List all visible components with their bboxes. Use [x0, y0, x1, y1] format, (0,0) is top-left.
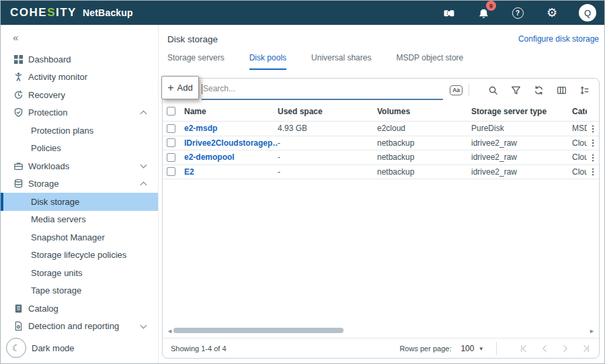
column-header-category[interactable]: Category: [572, 107, 587, 116]
first-page-button[interactable]: [519, 344, 528, 353]
tab-storage-servers[interactable]: Storage servers: [167, 53, 225, 70]
volumes-cell: netbackup: [377, 167, 471, 177]
notification-count-badge: 9: [486, 1, 496, 11]
match-case-icon[interactable]: Aa: [450, 85, 462, 95]
column-header-storage-server-type[interactable]: Storage server type: [471, 107, 572, 116]
disk-pool-name-link[interactable]: E2: [184, 167, 278, 177]
chevron-up-icon: [140, 182, 147, 189]
rows-per-page-value[interactable]: 100: [460, 344, 474, 353]
scroll-right-arrow-icon[interactable]: ►: [589, 327, 595, 335]
scroll-left-arrow-icon[interactable]: ◄: [167, 327, 173, 335]
sidebar-item-protection[interactable]: Protection: [1, 104, 158, 122]
used-space-cell: -: [278, 167, 377, 177]
settings-gear-icon[interactable]: ⚙: [544, 5, 559, 20]
sidebar-item-protection-plans[interactable]: Protection plans: [1, 122, 158, 140]
dark-mode-toggle[interactable]: ☾ Dark mode: [1, 335, 158, 363]
scrollbar-thumb[interactable]: [173, 328, 344, 333]
category-cell: Cloud: [572, 152, 587, 162]
sidebar-item-catalog[interactable]: Catalog: [1, 300, 158, 318]
category-cell: Cloud: [572, 167, 587, 177]
tab-disk-pools[interactable]: Disk pools: [249, 53, 286, 70]
sidebar-item-label: Recovery: [28, 90, 65, 100]
sidebar-item-activity-monitor[interactable]: Activity monitor: [1, 69, 158, 87]
brand-logo: COHESITY NetBackup: [10, 6, 133, 19]
body-row: « Dashboard Activity monitor: [1, 25, 604, 363]
sidebar-item-workloads[interactable]: Workloads: [1, 157, 158, 175]
rows-per-page-dropdown-icon[interactable]: ▾: [479, 345, 483, 352]
filter-icon[interactable]: [510, 85, 521, 95]
sidebar-item-disk-storage[interactable]: Disk storage: [1, 193, 158, 211]
sidebar: « Dashboard Activity monitor: [1, 25, 159, 363]
sidebar-item-label: Protection: [28, 107, 68, 118]
toolbar-icon-group: Aa: [450, 84, 590, 96]
notifications-bell-icon[interactable]: 9: [476, 5, 491, 20]
ticket-icon[interactable]: [442, 5, 456, 20]
sidebar-item-label: Dashboard: [28, 54, 71, 64]
table-row: IDrivee2Cloudstoragep… - netbackup idriv…: [163, 136, 599, 151]
disk-pool-name-link[interactable]: IDrivee2Cloudstoragep…: [184, 138, 278, 148]
sidebar-item-label: Protection plans: [31, 126, 93, 136]
showing-count: Showing 1-4 of 4: [171, 345, 227, 353]
sidebar-item-dashboard[interactable]: Dashboard: [1, 50, 158, 69]
row-actions-kebab-icon[interactable]: ⋮: [587, 167, 599, 176]
next-page-button[interactable]: [561, 344, 570, 353]
column-header-name[interactable]: Name: [184, 107, 278, 116]
tab-universal-shares[interactable]: Universal shares: [311, 53, 371, 70]
storage-database-icon: [13, 179, 24, 189]
sidebar-item-label: Storage units: [31, 268, 83, 278]
volumes-cell: netbackup: [377, 138, 471, 148]
add-button[interactable]: + Add: [161, 76, 199, 99]
storage-server-type-cell: idrivee2_raw: [471, 138, 572, 148]
sidebar-item-recovery[interactable]: Recovery: [1, 86, 158, 104]
search-icon[interactable]: [487, 85, 498, 95]
select-all-checkbox[interactable]: [167, 107, 175, 116]
sidebar-item-media-servers[interactable]: Media servers: [1, 211, 158, 229]
search-input[interactable]: [203, 84, 443, 93]
refresh-icon[interactable]: [533, 85, 544, 95]
sidebar-item-label: Detection and reporting: [28, 321, 119, 331]
catalog-book-icon: [13, 303, 24, 314]
row-checkbox[interactable]: [167, 124, 175, 133]
columns-icon[interactable]: [556, 85, 567, 95]
storage-server-type-cell: PureDisk: [471, 124, 572, 133]
sidebar-item-storage[interactable]: Storage: [1, 175, 158, 193]
sidebar-collapse-icon[interactable]: «: [1, 25, 158, 49]
sidebar-item-snapshot-manager[interactable]: Snapshot Manager: [1, 228, 158, 246]
column-header-used-space[interactable]: Used space: [278, 107, 377, 116]
sidebar-item-label: Catalog: [28, 304, 58, 314]
detection-report-icon: [13, 321, 24, 332]
row-checkbox[interactable]: [167, 138, 175, 147]
rows-per-page-label: Rows per page:: [399, 345, 451, 353]
cohesity-logo: COHESITY: [10, 6, 77, 19]
previous-page-button[interactable]: [540, 344, 549, 353]
help-icon[interactable]: ?: [510, 5, 525, 20]
sidebar-item-policies[interactable]: Policies: [1, 140, 158, 158]
row-actions-kebab-icon[interactable]: ⋮: [587, 138, 599, 147]
chevron-down-icon: [140, 322, 147, 328]
user-avatar[interactable]: Q: [579, 4, 596, 21]
sidebar-item-label: Disk storage: [31, 197, 79, 207]
sidebar-item-storage-lifecycle-policies[interactable]: Storage lifecycle policies: [1, 246, 158, 265]
last-page-button[interactable]: [581, 344, 591, 353]
add-button-label: Add: [177, 83, 193, 93]
column-header-volumes[interactable]: Volumes: [377, 107, 471, 116]
disk-pool-name-link[interactable]: e2-msdp: [184, 124, 278, 133]
row-checkbox[interactable]: [167, 167, 175, 176]
app-window: COHESITY NetBackup 9 ?: [0, 0, 605, 364]
sidebar-item-label: Snapshot Manager: [31, 232, 105, 242]
sidebar-item-label: Media servers: [31, 214, 86, 224]
tab-bar: Storage servers Disk pools Universal sha…: [159, 53, 604, 70]
row-actions-kebab-icon[interactable]: ⋮: [587, 124, 599, 133]
used-space-cell: -: [278, 138, 377, 148]
configure-disk-storage-link[interactable]: Configure disk storage: [518, 34, 599, 44]
row-checkbox[interactable]: [167, 153, 175, 162]
sidebar-item-detection-and-reporting[interactable]: Detection and reporting: [1, 318, 158, 336]
row-density-icon[interactable]: [579, 85, 590, 95]
sidebar-item-label: Storage lifecycle policies: [31, 250, 126, 260]
tab-msdp-object-store[interactable]: MSDP object store: [396, 53, 463, 70]
row-actions-kebab-icon[interactable]: ⋮: [587, 153, 599, 162]
table-header-row: Name Used space Volumes Storage server t…: [163, 101, 599, 122]
sidebar-item-storage-units[interactable]: Storage units: [1, 264, 158, 282]
sidebar-item-tape-storage[interactable]: Tape storage: [1, 282, 158, 300]
disk-pool-name-link[interactable]: e2-demopool: [184, 152, 278, 162]
